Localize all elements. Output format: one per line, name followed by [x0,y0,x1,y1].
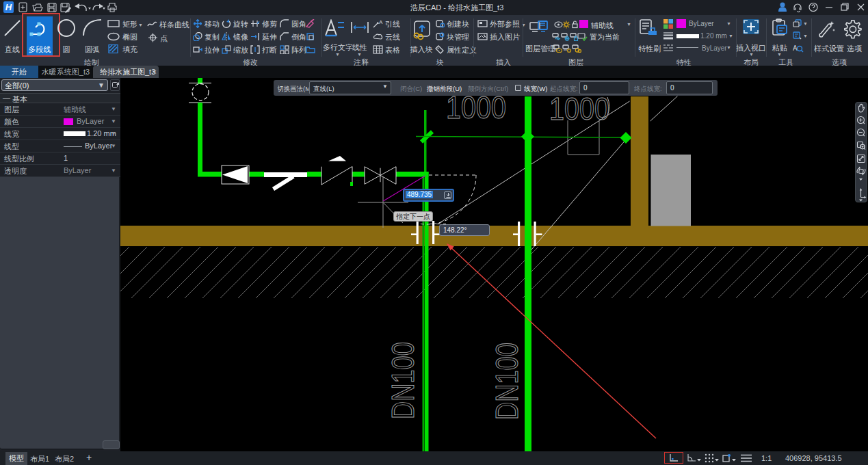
svg-text:DN100: DN100 [385,342,421,419]
svg-text:DN100: DN100 [489,343,525,420]
svg-text:A: A [379,19,383,25]
svg-text:1000: 1000 [549,91,609,127]
